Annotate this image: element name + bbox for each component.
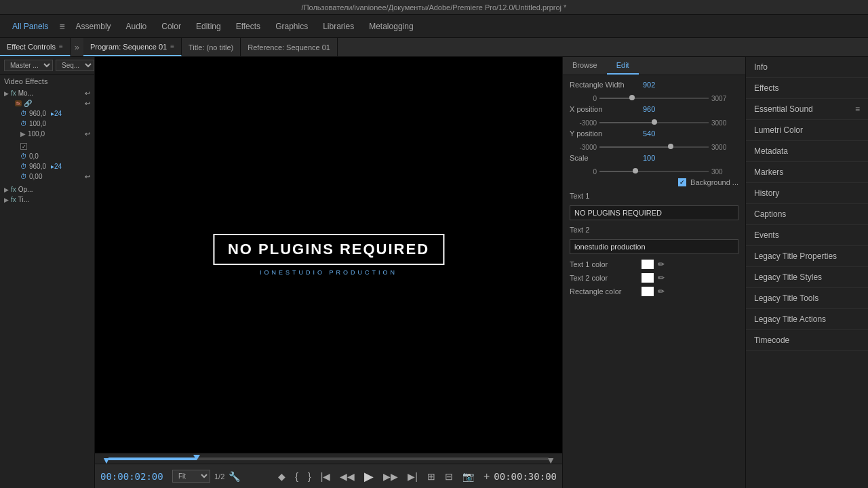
far-right-history[interactable]: History: [746, 183, 868, 204]
far-right-legacy-title-tools[interactable]: Legacy Title Tools: [746, 288, 868, 309]
in-btn[interactable]: {: [292, 470, 301, 483]
arrow4-icon: ▶: [4, 197, 9, 203]
out-btn[interactable]: }: [305, 470, 314, 483]
reset-icon4[interactable]: ↩: [85, 173, 90, 180]
rect-color-swatch[interactable]: [642, 287, 654, 296]
nav-assembly[interactable]: Assembly: [69, 19, 118, 34]
nav-editing[interactable]: Editing: [189, 19, 228, 34]
essential-sound-menu-icon[interactable]: ≡: [855, 104, 860, 114]
edit-tab[interactable]: Edit: [607, 57, 639, 75]
insert-btn[interactable]: ⊞: [425, 470, 438, 483]
fx-icon-small: fx: [11, 89, 16, 97]
stopwatch3-icon[interactable]: ⏱: [20, 152, 27, 160]
far-right-legacy-title-props[interactable]: Legacy Title Properties: [746, 246, 868, 267]
text1-color-swatch[interactable]: [642, 260, 654, 269]
stopwatch4-icon[interactable]: ⏱: [20, 163, 27, 170]
text2-input[interactable]: ionestudio production: [570, 239, 738, 254]
current-timecode[interactable]: 00:00:02:00: [100, 471, 168, 482]
overwrite-btn[interactable]: ⊟: [442, 470, 456, 483]
fx-icon2: fx: [11, 186, 16, 193]
far-right-captions[interactable]: Captions: [746, 204, 868, 225]
x-pos-value[interactable]: 960: [643, 105, 655, 113]
nav-all-panels[interactable]: All Panels: [5, 19, 55, 34]
step-back-btn[interactable]: ◀◀: [337, 470, 357, 483]
text2-color-row: Text 2 color ✏: [570, 273, 738, 283]
marker-in-icon[interactable]: ▼: [102, 455, 111, 466]
panel-expand-icon[interactable]: »: [71, 38, 83, 56]
nav-audio[interactable]: Audio: [119, 19, 154, 34]
rect-width-slider[interactable]: [597, 94, 711, 102]
program-monitor: NO PLUGINS REQUIRED IONESTUDIO PRODUCTIO…: [95, 57, 562, 453]
effect-controls-menu-icon[interactable]: ≡: [59, 43, 63, 50]
text1-eyedropper-icon[interactable]: ✏: [658, 260, 665, 269]
far-right-metadata[interactable]: Metadata: [746, 141, 868, 162]
scrubber-bar[interactable]: [108, 458, 549, 460]
scale-slider-row: 0 300: [570, 167, 738, 176]
y-pos-slider[interactable]: [597, 143, 711, 151]
stopwatch2-icon[interactable]: ⏱: [20, 120, 27, 127]
link-icon: 🔗: [24, 100, 32, 107]
nav-libraries[interactable]: Libraries: [316, 19, 361, 34]
step-forward-btn[interactable]: ▶▶: [380, 470, 401, 483]
wrench-icon[interactable]: 🔧: [229, 471, 240, 482]
rect-eyedropper-icon[interactable]: ✏: [658, 287, 665, 296]
scale-value[interactable]: 100: [643, 154, 655, 162]
program-monitor-menu-icon[interactable]: ≡: [170, 43, 174, 50]
fit-dropdown[interactable]: Fit 25% 50% 100%: [172, 470, 210, 483]
next-btn[interactable]: ▶|: [405, 470, 420, 483]
effect-0-00-row: ⏱ 0,00 ↩: [4, 171, 90, 182]
text2-color-swatch[interactable]: [642, 273, 654, 283]
far-right-effects[interactable]: Effects: [746, 78, 868, 99]
master-dropdown[interactable]: Master ...: [4, 60, 53, 71]
add-icon[interactable]: +: [484, 470, 490, 483]
text2-eyedropper-icon[interactable]: ✏: [658, 273, 665, 283]
tab-reference[interactable]: Reference: Sequence 01: [241, 38, 338, 56]
val-960c: 960,0: [29, 163, 46, 170]
scrubber-thumb: [193, 455, 200, 460]
stopwatch5-icon[interactable]: ⏱: [20, 173, 27, 180]
text1-input[interactable]: NO PLUGINS REQUIRED: [570, 205, 738, 220]
play-btn[interactable]: ▶: [361, 468, 376, 485]
seq-dropdown[interactable]: Seq...: [56, 60, 94, 71]
stopwatch-icon[interactable]: ⏱: [20, 110, 27, 117]
reset-icon[interactable]: ↩: [85, 89, 90, 97]
reset-icon2[interactable]: ↩: [85, 100, 90, 107]
marker-btn[interactable]: ◆: [275, 470, 288, 483]
far-right-legacy-title-styles[interactable]: Legacy Title Styles: [746, 267, 868, 288]
reset-icon3[interactable]: ↩: [85, 130, 90, 138]
video-effects-label: Video Effects: [4, 77, 90, 85]
far-right-legacy-title-actions[interactable]: Legacy Title Actions: [746, 309, 868, 330]
far-right-essential-sound[interactable]: Essential Sound ≡: [746, 99, 868, 120]
far-right-timecode[interactable]: Timecode: [746, 330, 868, 351]
tab-effect-controls[interactable]: Effect Controls ≡: [0, 38, 71, 56]
nav-graphics[interactable]: Graphics: [269, 19, 315, 34]
far-right-markers[interactable]: Markers: [746, 162, 868, 183]
tab-title[interactable]: Title: (no title): [182, 38, 241, 56]
scale-value: 100,0: [29, 120, 46, 127]
marker-out-icon[interactable]: ▼: [546, 455, 555, 466]
x-pos-slider[interactable]: [597, 119, 711, 127]
checkbox-left[interactable]: ✓: [20, 143, 27, 150]
far-right-events[interactable]: Events: [746, 225, 868, 246]
export-btn[interactable]: 📷: [460, 470, 477, 483]
effect-controls-sub: Master ... Seq... ▶: [0, 57, 94, 75]
prev-btn[interactable]: |◀: [318, 470, 334, 483]
nav-color[interactable]: Color: [155, 19, 188, 34]
center-panel: NO PLUGINS REQUIRED IONESTUDIO PRODUCTIO…: [95, 57, 563, 488]
nav-effects[interactable]: Effects: [229, 19, 267, 34]
scale-slider[interactable]: [597, 167, 711, 176]
browse-tab[interactable]: Browse: [563, 57, 607, 75]
nav-hamburger-icon[interactable]: ≡: [56, 21, 67, 32]
rect-width-row: Rectangle Width 902: [570, 81, 738, 89]
far-right-lumetri[interactable]: Lumetri Color: [746, 120, 868, 141]
x-pos-max: 3000: [711, 119, 738, 127]
tab-program-monitor[interactable]: Program: Sequence 01 ≡: [83, 38, 182, 56]
rect-width-value[interactable]: 902: [643, 81, 655, 89]
y-pos-value[interactable]: 540: [643, 129, 655, 138]
background-checkbox[interactable]: ✓: [678, 178, 686, 186]
text2-color-label: Text 2 color: [570, 274, 637, 282]
scrubber-row[interactable]: ▼ ▼: [95, 453, 562, 464]
far-right-info[interactable]: Info: [746, 57, 868, 78]
nav-metalogging[interactable]: Metalogging: [362, 19, 420, 34]
text1-color-row: Text 1 color ✏: [570, 260, 738, 269]
